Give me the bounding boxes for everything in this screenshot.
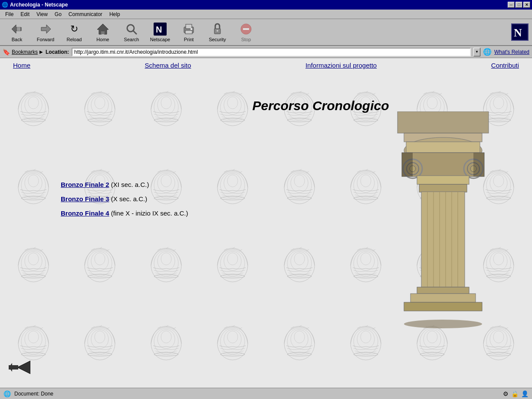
bronzo-finale-4-link[interactable]: Bronzo Finale 4 xyxy=(61,209,109,217)
netscape-label: Netscape xyxy=(150,37,170,42)
svg-point-117 xyxy=(291,173,308,193)
nav-home[interactable]: Home xyxy=(13,62,30,69)
status-settings-icon: ⚙ xyxy=(503,390,509,397)
search-button[interactable]: Search xyxy=(118,20,145,44)
security-button[interactable]: Security xyxy=(204,20,231,44)
svg-point-12 xyxy=(190,28,192,30)
svg-point-246 xyxy=(294,331,305,343)
artifact-cell xyxy=(266,229,332,307)
globe-icon: 🌐 xyxy=(483,48,492,56)
svg-rect-288 xyxy=(421,192,465,287)
maximize-button[interactable]: □ xyxy=(516,2,522,8)
svg-line-106 xyxy=(173,171,176,173)
svg-line-170 xyxy=(173,249,176,251)
nav-schema[interactable]: Schema del sito xyxy=(145,62,191,69)
artifact-cell xyxy=(66,72,133,150)
svg-point-150 xyxy=(28,253,39,265)
status-icon: 🌐 xyxy=(3,390,11,397)
artifact-cell xyxy=(133,307,200,385)
svg-point-62 xyxy=(361,97,371,109)
svg-point-174 xyxy=(227,253,238,265)
svg-rect-4 xyxy=(101,31,105,34)
bookmarks-label[interactable]: Bookmarks xyxy=(12,49,38,55)
svg-point-37 xyxy=(158,95,175,114)
toolbar: Back Forward ↻ Reload Home Search xyxy=(0,19,532,46)
svg-text:N: N xyxy=(514,26,522,39)
reload-button[interactable]: ↻ Reload xyxy=(61,20,88,44)
svg-point-190 xyxy=(361,253,371,265)
svg-rect-10 xyxy=(186,24,192,29)
location-dropdown-button[interactable]: ▼ xyxy=(473,48,480,56)
minimize-button[interactable]: ─ xyxy=(508,2,515,8)
print-icon xyxy=(182,22,196,36)
location-input[interactable] xyxy=(72,48,471,56)
main-area: // Generate 32 artifact cells const grid… xyxy=(0,72,532,385)
svg-point-70 xyxy=(427,97,437,109)
menu-communicator[interactable]: Communicator xyxy=(65,10,106,18)
svg-rect-11 xyxy=(185,30,192,34)
svg-marker-304 xyxy=(9,363,12,372)
svg-rect-287 xyxy=(419,184,467,192)
svg-point-189 xyxy=(357,252,374,271)
svg-point-254 xyxy=(361,331,371,343)
artifact-cell xyxy=(0,150,66,229)
links-area: Bronzo Finale 2 (XI sec. a.C.) Bronzo Fi… xyxy=(61,181,188,217)
close-button[interactable]: ✕ xyxy=(523,2,530,8)
search-label: Search xyxy=(124,37,139,42)
svg-line-274 xyxy=(505,327,508,329)
svg-rect-301 xyxy=(473,153,484,177)
stop-icon xyxy=(239,22,253,36)
back-button[interactable]: Back xyxy=(3,20,30,44)
home-label: Home xyxy=(96,37,109,42)
menu-view[interactable]: View xyxy=(33,10,51,18)
back-label: Back xyxy=(12,37,22,42)
svg-point-214 xyxy=(28,331,39,343)
netscape-button[interactable]: N Netscape xyxy=(147,20,174,44)
bookmark-arrow-icon: ▶ xyxy=(39,49,43,54)
netscape-brand-icon: N xyxy=(511,23,529,41)
svg-line-66 xyxy=(372,93,375,95)
netscape-nav-icon: N xyxy=(153,22,167,36)
nav-contributi[interactable]: Contributi xyxy=(491,62,519,69)
menu-file[interactable]: File xyxy=(2,10,17,18)
menu-go[interactable]: Go xyxy=(51,10,65,18)
forward-button[interactable]: Forward xyxy=(32,20,59,44)
home-button[interactable]: Home xyxy=(89,20,116,44)
print-button[interactable]: Print xyxy=(175,20,202,44)
window-title: Archeologia - Netscape xyxy=(10,2,68,8)
svg-point-230 xyxy=(161,331,171,343)
svg-point-125 xyxy=(357,173,374,193)
bronzo-finale-2-link[interactable]: Bronzo Finale 2 xyxy=(61,181,109,188)
back-arrow-icon[interactable] xyxy=(9,359,30,376)
svg-point-261 xyxy=(424,330,441,349)
svg-line-186 xyxy=(306,249,309,251)
menu-help[interactable]: Help xyxy=(106,10,124,18)
bronzo-finale-3-link[interactable]: Bronzo Finale 3 xyxy=(61,195,109,203)
security-label: Security xyxy=(209,37,226,42)
stop-button[interactable]: Stop xyxy=(233,20,259,44)
svg-point-229 xyxy=(158,330,175,349)
svg-rect-297 xyxy=(404,302,482,311)
artifact-cell xyxy=(0,229,66,307)
svg-line-154 xyxy=(40,249,43,251)
svg-rect-278 xyxy=(406,142,480,153)
artifact-cell xyxy=(332,150,399,229)
forward-icon xyxy=(39,22,53,36)
artifact-cell xyxy=(266,72,332,150)
svg-rect-286 xyxy=(417,176,469,184)
whats-related-link[interactable]: What's Related xyxy=(494,49,529,55)
artifact-cell xyxy=(266,150,332,229)
artifact-cell xyxy=(133,229,200,307)
status-lock-icon: 🔒 xyxy=(511,390,519,397)
period-2-desc: (fine X - inizio IX sec. a.C.) xyxy=(109,209,188,217)
nav-informazioni[interactable]: Informazioni sul progetto xyxy=(305,62,377,69)
svg-point-270 xyxy=(493,331,504,343)
svg-line-74 xyxy=(439,93,442,95)
svg-line-234 xyxy=(173,327,176,329)
svg-line-178 xyxy=(239,249,242,251)
svg-marker-302 xyxy=(17,361,30,374)
svg-text:N: N xyxy=(156,25,162,34)
menu-edit[interactable]: Edit xyxy=(17,10,33,18)
stop-label: Stop xyxy=(241,37,251,42)
svg-point-142 xyxy=(493,175,504,187)
